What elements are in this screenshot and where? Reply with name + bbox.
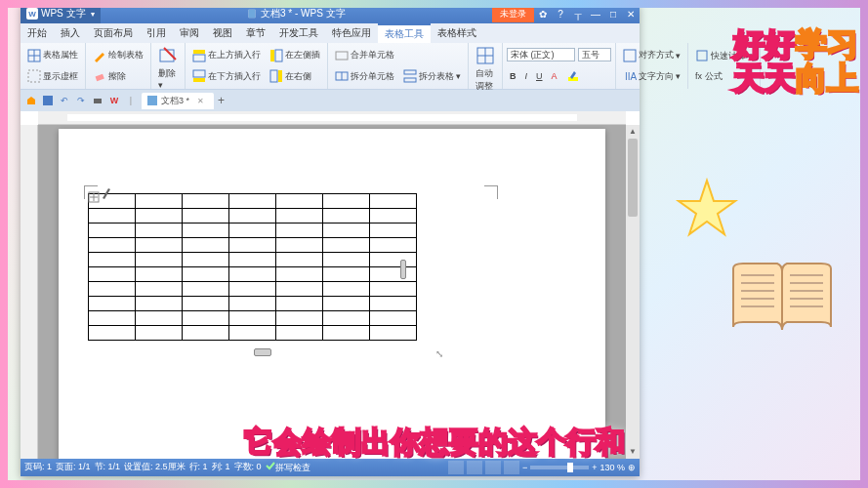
status-spellcheck[interactable]: 拼写检查 [266,461,310,474]
scroll-thumb[interactable] [628,139,638,217]
draw-table-button[interactable]: 绘制表格 [90,48,146,63]
menu-10[interactable]: 表格样式 [431,23,483,43]
table-cell[interactable] [276,311,323,326]
table-cell[interactable] [183,209,229,224]
new-tab-button[interactable]: + [218,94,225,107]
table-cell[interactable] [370,326,417,341]
table-cell[interactable] [229,224,276,238]
split-cells-button[interactable]: 拆分单元格 [332,68,397,84]
table-cell[interactable] [323,267,370,282]
bold-button[interactable]: B [507,70,519,82]
status-line[interactable]: 行: 1 [189,461,208,474]
menu-5[interactable]: 视图 [206,23,239,43]
horizontal-ruler[interactable] [38,111,626,125]
table-cell[interactable] [136,297,183,311]
menu-1[interactable]: 插入 [54,23,87,43]
table-cell[interactable] [89,224,136,238]
table-cell[interactable] [276,267,323,282]
table-cell[interactable] [183,282,229,297]
split-table-button[interactable]: 拆分表格▾ [400,68,464,84]
table-cell[interactable] [183,267,229,282]
table-cell[interactable] [89,209,136,224]
menu-3[interactable]: 引用 [140,23,173,43]
status-chars[interactable]: 字数: 0 [234,461,262,474]
table-cell[interactable] [89,326,136,341]
menu-7[interactable]: 开发工具 [272,23,325,43]
table-resize-handle[interactable]: ⤡ [435,348,443,359]
menu-9[interactable]: 表格工具 [378,23,431,43]
vertical-ruler[interactable] [21,125,38,459]
table-cell[interactable] [323,326,370,341]
font-size-select[interactable]: 五号 [578,48,611,61]
table-cell[interactable] [276,253,323,267]
table-cell[interactable] [183,238,229,253]
table-cell[interactable] [136,267,183,282]
view-print-layout[interactable] [448,461,464,474]
table-cell[interactable] [183,194,229,209]
table-cell[interactable] [136,253,183,267]
minimize-button[interactable]: — [587,4,604,23]
app-menu-dropdown-icon[interactable]: ▾ [91,10,95,19]
close-button[interactable]: ✕ [622,4,640,23]
table-cell[interactable] [323,311,370,326]
login-button[interactable]: 未登录 [492,6,534,22]
status-column[interactable]: 列: 1 [212,461,230,474]
merge-cells-button[interactable]: 合并单元格 [332,48,397,63]
table-cell[interactable] [229,297,276,311]
table-cell[interactable] [229,194,276,209]
table-cell[interactable] [229,209,276,224]
table-cell[interactable] [229,311,276,326]
table-cell[interactable] [183,297,229,311]
column-resize-handle[interactable] [400,260,406,279]
table-cell[interactable] [276,282,323,297]
table-cell[interactable] [136,311,183,326]
table-cell[interactable] [229,238,276,253]
zoom-in-button[interactable]: + [592,463,597,472]
table-cell[interactable] [229,326,276,341]
table-cell[interactable] [89,282,136,297]
status-position[interactable]: 设置值: 2.5厘米 [124,461,186,474]
table-cell[interactable] [183,326,229,341]
close-tab-icon[interactable]: ✕ [197,97,204,105]
table-cell[interactable] [323,297,370,311]
scroll-up-icon[interactable]: ▲ [626,125,640,139]
show-gridlines-button[interactable]: 显示虚框 [24,68,81,84]
table-cell[interactable] [323,253,370,267]
table-cell[interactable] [89,311,136,326]
table-cell[interactable] [276,238,323,253]
scroll-down-icon[interactable]: ▼ [626,445,640,459]
table-cell[interactable] [89,238,136,253]
menu-0[interactable]: 开始 [21,23,54,43]
text-direction-button[interactable]: IIA文字方向▾ [620,68,683,84]
delete-button[interactable]: 删除▾ [155,45,181,91]
table-cell[interactable] [370,209,417,224]
table-cell[interactable] [370,224,417,238]
maximize-button[interactable]: □ [604,4,622,23]
view-outline[interactable] [467,461,482,474]
table-cell[interactable] [323,209,370,224]
table-cell[interactable] [183,253,229,267]
table-cell[interactable] [276,297,323,311]
vertical-scrollbar[interactable]: ▲ ▼ [626,125,640,459]
menu-2[interactable]: 页面布局 [87,23,140,43]
status-section[interactable]: 节: 1/1 [95,461,121,474]
insert-row-below-button[interactable]: 在下方插入行 [189,68,264,84]
insert-col-right-button[interactable]: 在右侧 [267,68,314,84]
view-reading[interactable] [504,461,519,474]
home-icon[interactable] [24,94,38,107]
table-cell[interactable] [183,224,229,238]
zoom-out-button[interactable]: − [522,463,527,472]
table-cell[interactable] [370,238,417,253]
table-cell[interactable] [276,224,323,238]
help-icon[interactable]: ? [552,4,569,23]
insert-col-left-button[interactable]: 在左侧插 [267,48,323,63]
table-cell[interactable] [323,194,370,209]
table-cell[interactable] [89,297,136,311]
table-cell[interactable] [229,253,276,267]
table-cell[interactable] [136,194,183,209]
table-properties-button[interactable]: 表格属性 [24,48,81,63]
underline-button[interactable]: U [533,70,546,82]
menu-8[interactable]: 特色应用 [325,23,378,43]
table-cell[interactable] [229,282,276,297]
table-cell[interactable] [136,282,183,297]
